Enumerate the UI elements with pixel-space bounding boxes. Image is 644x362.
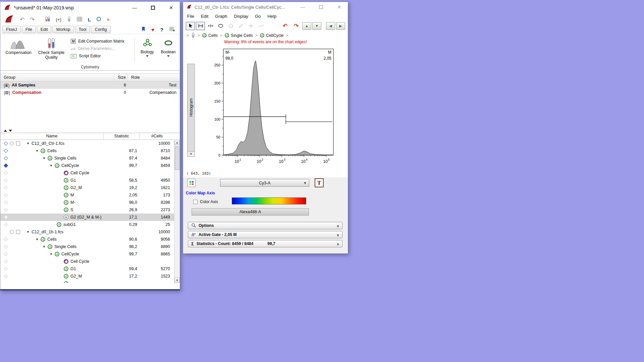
menu-display[interactable]: Display xyxy=(234,14,249,19)
tab-config[interactable]: Config xyxy=(91,26,110,33)
column-header-role[interactable]: Role xyxy=(128,74,180,81)
tree-row[interactable]: M-98,08286 xyxy=(0,199,174,206)
tree-row[interactable]: &G2 (G2_M & M-)17,11449 xyxy=(0,214,174,221)
script-editor-button[interactable]: C: Script Editor xyxy=(71,54,132,58)
quad-gate-tool[interactable] xyxy=(246,22,255,30)
collapse-icon[interactable]: ▼ xyxy=(50,252,53,256)
tree-row[interactable]: ▼CellCycle99,78459 xyxy=(0,162,174,169)
batch-icon[interactable]: » xyxy=(107,16,110,22)
collapse-icon[interactable]: ▼ xyxy=(36,238,39,241)
x-axis-parameter-dropdown[interactable]: Cy3-A ▼ xyxy=(220,179,309,187)
derive-parameters-button[interactable]: a/b Derive Parameters... xyxy=(71,46,132,51)
tree-row[interactable]: G158,54950 xyxy=(0,177,174,184)
derive-parameter-icon[interactable]: {+} xyxy=(56,17,61,22)
polygon-gate-tool[interactable] xyxy=(226,22,235,30)
tab-file[interactable]: File xyxy=(22,26,36,33)
pane-splitter[interactable] xyxy=(0,129,180,133)
scroll-up-icon[interactable]: ▲ xyxy=(174,140,180,145)
sample-tube-icon[interactable] xyxy=(67,16,71,23)
tree-row[interactable]: Cell Cycle xyxy=(0,169,174,177)
undo-icon[interactable]: ↶ xyxy=(20,16,24,23)
expand-chevron-icon[interactable]: » xyxy=(336,225,341,226)
tree-table-header[interactable]: Name Statistic #Cells xyxy=(0,133,174,140)
title-bar[interactable]: *unsaved* 01-May-2019.wsp — ✕ xyxy=(0,2,180,14)
collapse-icon[interactable]: ▼ xyxy=(26,230,30,234)
column-header-group[interactable]: Group xyxy=(0,74,114,81)
tab-workspace[interactable]: Worksp xyxy=(52,26,74,33)
band-view-icon[interactable] xyxy=(97,17,101,22)
options-panel-bar[interactable]: Options » xyxy=(188,222,342,229)
group-row-compensation[interactable]: Compensation 0 Compensation xyxy=(0,89,180,96)
range-gate-tool[interactable] xyxy=(196,22,205,30)
tree-row[interactable]: ▼Single Cells98,28890 xyxy=(0,243,174,250)
bookmark-icon[interactable] xyxy=(142,26,145,33)
statistics-panel-bar[interactable]: Σ Statistics - Count: 8459 / 8484 99,7 » xyxy=(188,240,342,247)
tree-row[interactable]: G159,45270 xyxy=(0,265,174,273)
add-samples-icon[interactable] xyxy=(45,16,50,23)
close-button[interactable]: ✕ xyxy=(337,5,341,9)
collapse-icon[interactable]: ▼ xyxy=(36,149,39,153)
title-bar[interactable]: C12_d0_Ctr-1.fcs: Cells/Single Cells/Cel… xyxy=(183,2,348,12)
tree-row[interactable]: subG10,2925 xyxy=(0,221,174,228)
tree-row[interactable]: M2,05173 xyxy=(0,191,174,199)
tree-row[interactable]: ▼C12_d0_Ctr-1.fcs10000 xyxy=(0,140,174,147)
sample-tube-button[interactable] xyxy=(191,33,195,38)
color-axis-option[interactable]: Color Axis xyxy=(193,199,218,204)
text-annotation-button[interactable]: T xyxy=(315,178,324,187)
sample-checkbox[interactable] xyxy=(16,141,20,145)
select-tool[interactable] xyxy=(186,22,195,30)
column-header-name[interactable]: Name xyxy=(0,133,104,139)
ancestor-up-icon[interactable]: ▲ xyxy=(302,22,311,30)
favorites-icon[interactable]: ♥ xyxy=(151,27,154,33)
spline-gate-tool[interactable] xyxy=(256,22,265,30)
tree-row[interactable]: S26,92273 xyxy=(0,206,174,214)
group-table-header[interactable]: Group Size Role xyxy=(0,73,180,81)
channel-settings-button[interactable] xyxy=(187,179,196,187)
tree-row[interactable]: ▼Single Cells97,48484 xyxy=(0,155,174,162)
breadcrumb-item-cells[interactable]: Cells xyxy=(202,33,218,38)
boolean-dropdown[interactable]: Boolean xyxy=(159,36,178,65)
column-header-size[interactable]: Size xyxy=(114,74,128,81)
ellipse-gate-tool[interactable] xyxy=(216,22,225,30)
maximize-button[interactable] xyxy=(319,5,323,9)
biology-dropdown[interactable]: Biology xyxy=(138,36,157,65)
redo-icon[interactable]: ↷ xyxy=(30,16,35,23)
tree-row[interactable]: G2_M17,21523 xyxy=(0,273,174,280)
tab-flowjo[interactable]: FlowJ xyxy=(2,26,21,33)
collapse-icon[interactable]: ▼ xyxy=(26,142,30,145)
menu-graph[interactable]: Graph xyxy=(215,14,227,19)
new-workspace-icon[interactable] xyxy=(169,26,175,33)
plot-type-selector[interactable]: Histogram ▼ xyxy=(187,64,195,157)
expand-chevron-icon[interactable]: » xyxy=(336,234,341,235)
column-header-cells[interactable]: #Cells xyxy=(140,133,174,139)
selector-down-icon[interactable]: ▼ xyxy=(187,151,195,157)
menu-help[interactable]: Help xyxy=(267,14,276,19)
minimize-button[interactable]: — xyxy=(300,5,305,9)
breadcrumb-item-single-cells[interactable]: Single Cells xyxy=(225,33,253,38)
menu-go[interactable]: Go xyxy=(255,14,261,19)
redo-icon[interactable]: ↷ xyxy=(291,22,301,29)
check-sample-quality-button[interactable]: Check Sample Quality xyxy=(36,36,67,65)
color-axis-parameter-button[interactable]: Alexa488-A xyxy=(192,208,309,216)
group-row-all-samples[interactable]: All Samples 6 Test xyxy=(0,81,180,89)
sample-radio[interactable] xyxy=(10,141,14,145)
tree-row[interactable]: ▼Cells90,69056 xyxy=(0,236,174,243)
tree-row[interactable]: ▼C12_d0_1h-1.fcs10000 xyxy=(0,228,174,236)
descendant-down-icon[interactable]: ▼ xyxy=(312,22,321,30)
close-button[interactable]: ✕ xyxy=(169,5,173,10)
edit-compensation-matrix-button[interactable]: M Edit Compensation Matrix xyxy=(71,39,132,44)
undo-icon[interactable]: ↶ xyxy=(280,22,290,29)
tree-row[interactable]: Cell Cycle xyxy=(0,258,174,265)
compensation-button[interactable]: Compensation xyxy=(3,36,34,65)
breadcrumb-item-cellcycle[interactable]: CellCycle xyxy=(260,33,284,38)
table-editor-icon[interactable] xyxy=(77,17,82,22)
menu-edit[interactable]: Edit xyxy=(201,14,208,19)
minimize-button[interactable]: — xyxy=(132,5,137,10)
menu-file[interactable]: File xyxy=(187,14,194,19)
collapse-icon[interactable]: ▼ xyxy=(43,157,46,160)
tree-row[interactable]: ▼Cells87,18710 xyxy=(0,147,174,155)
next-sample-icon[interactable]: ▶ xyxy=(336,22,345,30)
maximize-button[interactable] xyxy=(151,6,155,10)
tree-row[interactable]: ▼CellCycle99,78865 xyxy=(0,250,174,258)
tab-tool[interactable]: Tool xyxy=(75,26,90,33)
